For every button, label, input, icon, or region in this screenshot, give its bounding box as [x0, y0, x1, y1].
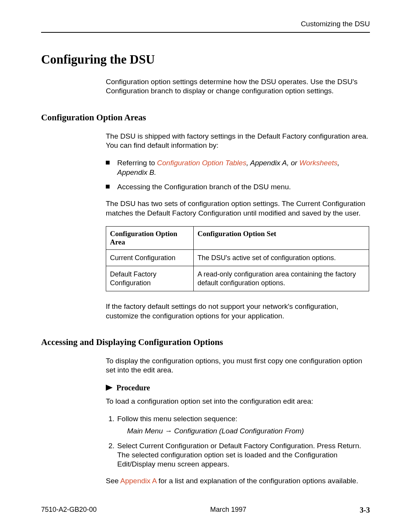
footer-date: March 1997: [210, 506, 246, 514]
table-cell: Current Configuration: [106, 249, 194, 266]
paragraph: The DSU is shipped with factory settings…: [106, 132, 370, 150]
bullet-list: Referring to Configuration Option Tables…: [106, 158, 370, 192]
text: , Appendix A, or: [246, 159, 299, 167]
triangle-right-icon: [106, 385, 113, 391]
table-cell: A read-only configuration area containin…: [194, 266, 369, 291]
link-config-option-tables[interactable]: Configuration Option Tables: [157, 159, 247, 167]
procedure-label: Procedure: [116, 383, 150, 392]
text: See: [106, 477, 120, 485]
paragraph: See Appendix A for a list and explanatio…: [106, 476, 370, 486]
menu-path: Main Menu → Configuration (Load Configur…: [127, 427, 370, 436]
heading-2-config-areas: Configuration Option Areas: [41, 113, 370, 123]
link-appendix-a[interactable]: Appendix A: [120, 477, 156, 485]
running-header: Customizing the DSU: [41, 20, 370, 33]
table-row: Current Configuration The DSU's active s…: [106, 249, 369, 266]
procedure-heading: Procedure: [106, 383, 370, 392]
paragraph: The DSU has two sets of configuration op…: [106, 199, 370, 218]
link-worksheets[interactable]: Worksheets: [299, 159, 337, 167]
paragraph: To load a configuration option set into …: [106, 397, 370, 406]
svg-marker-0: [106, 385, 113, 391]
table-header: Configuration Option Set: [194, 226, 369, 249]
list-item: Accessing the Configuration branch of th…: [106, 182, 370, 192]
list-item: Select Current Configuration or Default …: [116, 441, 370, 469]
config-option-table: Configuration Option Area Configuration …: [106, 226, 369, 292]
footer-page-number: 3-3: [360, 506, 370, 514]
paragraph: To display the configuration options, yo…: [106, 356, 370, 375]
text: for a list and explanation of the config…: [156, 477, 358, 485]
text: Referring to: [117, 159, 157, 167]
intro-paragraph: Configuration option settings determine …: [106, 77, 370, 96]
ordered-steps: Follow this menu selection sequence: Mai…: [106, 414, 370, 469]
page: Customizing the DSU Configuring the DSU …: [0, 0, 411, 486]
list-item: Referring to Configuration Option Tables…: [106, 158, 370, 177]
text: Follow this menu selection sequence:: [117, 415, 237, 423]
table-header: Configuration Option Area: [106, 226, 194, 249]
list-item: Follow this menu selection sequence: Mai…: [116, 414, 370, 436]
heading-2-accessing: Accessing and Displaying Configuration O…: [41, 337, 370, 347]
heading-1: Configuring the DSU: [41, 53, 370, 67]
footer-doc-id: 7510-A2-GB20-00: [41, 506, 97, 514]
page-footer: 7510-A2-GB20-00 March 1997 3-3: [41, 506, 370, 514]
table-cell: The DSU's active set of configuration op…: [194, 249, 369, 266]
table-row: Default Factory Configuration A read-onl…: [106, 266, 369, 291]
table-cell: Default Factory Configuration: [106, 266, 194, 291]
paragraph: If the factory default settings do not s…: [106, 302, 370, 321]
